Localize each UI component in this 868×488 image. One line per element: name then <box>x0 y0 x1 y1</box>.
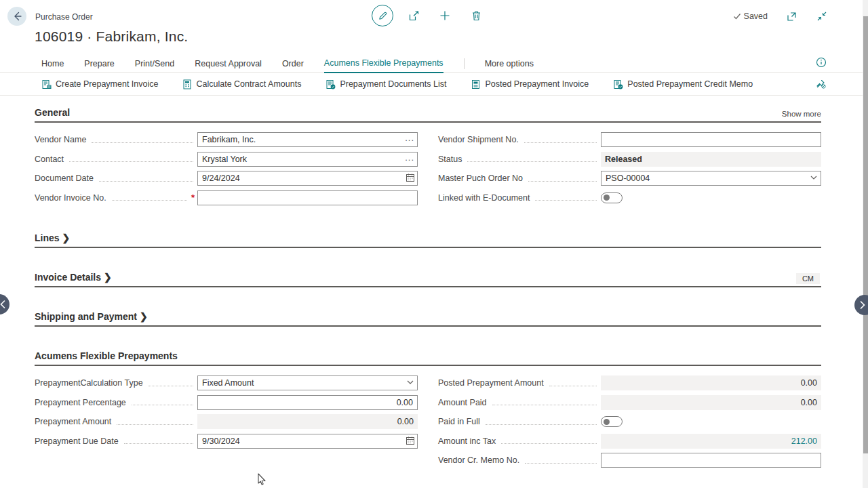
create-invoice-icon <box>41 79 52 89</box>
paid-in-full-toggle[interactable] <box>601 416 623 427</box>
tab-strip: Home Prepare Print/Send Request Approval… <box>0 55 863 73</box>
calendar-button[interactable] <box>406 173 415 184</box>
pin-icon <box>815 79 827 90</box>
vendor-shipment-no-input[interactable] <box>601 132 821 147</box>
calculate-contract-amounts-button[interactable]: Calculate Contract Amounts <box>182 79 301 89</box>
dotted-leader <box>92 142 193 143</box>
vertical-scrollbar[interactable] <box>863 0 868 488</box>
invoice-details-section-header[interactable]: Invoice Details❯ CM <box>35 272 821 287</box>
tab-home[interactable]: Home <box>41 59 64 73</box>
share-button[interactable] <box>403 5 425 26</box>
chevron-down-icon <box>406 378 415 387</box>
master-purch-order-no-select[interactable] <box>601 171 821 186</box>
document-date-input[interactable] <box>197 171 418 186</box>
chevron-right-icon <box>859 301 866 309</box>
dotted-leader <box>501 443 597 444</box>
field-vendor-shipment-no: Vendor Shipment No. <box>438 132 821 147</box>
tab-acumens-flexible-prepayments[interactable]: Acumens Flexible Prepayments <box>324 58 443 73</box>
page-caption: Purchase Order <box>35 12 93 22</box>
dropdown-button[interactable] <box>809 173 818 184</box>
save-status: Saved <box>733 12 768 21</box>
vendor-invoice-no-input[interactable] <box>197 190 418 205</box>
tab-more-options[interactable]: More options <box>485 59 534 73</box>
prepayment-percentage-input[interactable] <box>197 395 418 410</box>
field-label: Prepayment Percentage <box>35 398 126 407</box>
field-label: Vendor Shipment No. <box>438 135 519 144</box>
posted-invoice-icon <box>471 79 481 89</box>
field-amount-paid: Amount Paid 0.00 <box>438 395 821 410</box>
calendar-button[interactable] <box>406 436 415 447</box>
lines-section-header[interactable]: Lines❯ <box>35 232 821 248</box>
check-icon <box>733 12 741 20</box>
field-linked-with-edocument: Linked with E-Document <box>438 190 821 205</box>
prepayment-amount-value: 0.00 <box>197 414 418 429</box>
posted-prepayment-amount-value: 0.00 <box>601 375 821 390</box>
vendor-name-input[interactable] <box>197 132 418 147</box>
dotted-leader <box>124 443 193 444</box>
calendar-icon <box>406 173 415 182</box>
shipping-payment-section-title: Shipping and Payment❯ <box>35 311 148 322</box>
chevron-down-icon <box>809 173 818 182</box>
back-button[interactable] <box>7 7 26 26</box>
new-button[interactable] <box>434 5 456 26</box>
edit-button[interactable] <box>372 5 393 26</box>
field-prepayment-amount: Prepayment Amount 0.00 <box>35 414 418 429</box>
dotted-leader <box>132 405 193 405</box>
tab-order[interactable]: Order <box>282 59 304 73</box>
show-more-link[interactable]: Show more <box>782 110 821 118</box>
prepayment-documents-list-button[interactable]: Prepayment Documents List <box>326 79 446 89</box>
credit-memo-icon <box>613 79 623 89</box>
field-label: Status <box>438 155 462 164</box>
trash-icon <box>471 10 481 21</box>
amount-inc-tax-field: 212.00 <box>601 434 821 449</box>
share-icon <box>408 10 420 22</box>
prepayment-due-date-input[interactable] <box>197 434 418 449</box>
shipping-payment-section-header[interactable]: Shipping and Payment❯ <box>35 311 821 327</box>
previous-record-button[interactable] <box>0 294 9 314</box>
vendor-cr-memo-no-input[interactable] <box>601 453 821 468</box>
assist-edit-button[interactable]: ... <box>405 152 414 163</box>
chevron-left-icon <box>0 300 6 308</box>
dotted-leader <box>99 181 193 182</box>
plus-icon <box>439 10 450 21</box>
field-document-date: Document Date <box>35 171 418 186</box>
contact-input[interactable] <box>197 152 418 167</box>
cm-badge[interactable]: CM <box>796 273 820 284</box>
required-asterisk: * <box>191 192 195 203</box>
collapse-window-button[interactable] <box>815 9 829 23</box>
scrollbar-thumb[interactable] <box>863 16 868 453</box>
dropdown-button[interactable] <box>406 378 415 389</box>
next-record-button[interactable] <box>854 295 868 315</box>
create-prepayment-invoice-button[interactable]: Create Prepayment Invoice <box>41 79 158 89</box>
delete-button[interactable] <box>465 5 487 26</box>
tab-request-approval[interactable]: Request Approval <box>195 59 262 73</box>
prepayment-calculation-type-select[interactable] <box>197 375 418 390</box>
linked-with-edocument-toggle[interactable] <box>601 192 623 203</box>
field-label: Vendor Cr. Memo No. <box>438 455 519 465</box>
dotted-leader <box>524 142 597 143</box>
tab-prepare[interactable]: Prepare <box>84 59 114 73</box>
field-prepayment-due-date: Prepayment Due Date <box>35 434 418 449</box>
posted-prepayment-credit-memo-button[interactable]: Posted Prepayment Credit Memo <box>613 79 753 89</box>
dotted-leader <box>525 463 597 464</box>
open-in-new-window-button[interactable] <box>785 9 798 23</box>
popout-icon <box>787 12 797 22</box>
dotted-leader <box>549 386 597 386</box>
prepayments-section-title: Acumens Flexible Prepayments <box>35 350 178 361</box>
info-icon <box>816 57 827 68</box>
field-prepayment-calculation-type: PrepaymentCalculation Type <box>35 375 418 390</box>
tab-print-send[interactable]: Print/Send <box>135 59 174 73</box>
saved-label: Saved <box>744 12 768 21</box>
amount-inc-tax-drilldown[interactable]: 212.00 <box>791 436 817 446</box>
posted-prepayment-invoice-button[interactable]: Posted Prepayment Invoice <box>471 79 589 89</box>
field-label: Paid in Full <box>438 417 480 426</box>
pin-button[interactable] <box>815 79 827 92</box>
info-button[interactable] <box>816 57 827 70</box>
field-label: Amount Paid <box>438 398 487 407</box>
field-label: PrepaymentCalculation Type <box>35 378 143 388</box>
back-arrow-icon <box>12 11 22 22</box>
assist-edit-button[interactable]: ... <box>405 133 414 143</box>
field-prepayment-percentage: Prepayment Percentage <box>35 395 418 410</box>
field-label: Contact <box>35 155 64 164</box>
field-vendor-cr-memo-no: Vendor Cr. Memo No. <box>438 453 821 468</box>
